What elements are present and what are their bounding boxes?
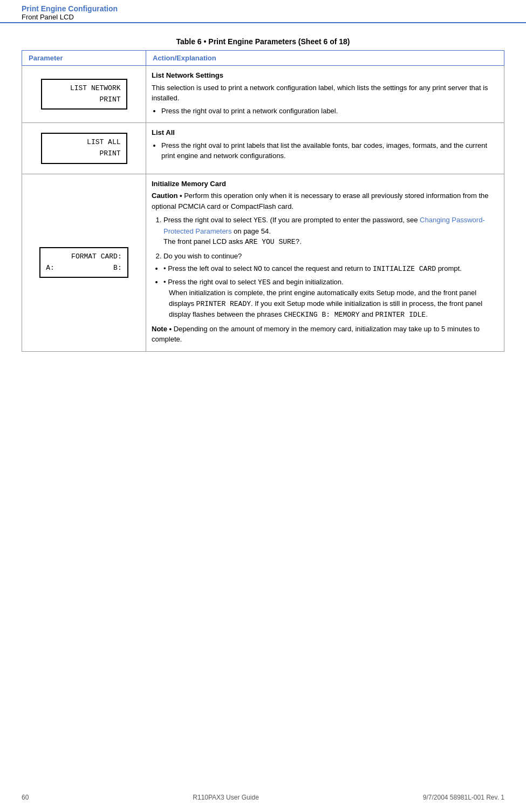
step-2-subbullets: Press the left oval to select NO to canc… bbox=[163, 263, 498, 320]
table-row: LIST ALL PRINT List All Press the right … bbox=[22, 123, 504, 174]
note-text: Note • Depending on the amount of memory… bbox=[152, 324, 498, 345]
action-cell-format-card: Initialize Memory Card Caution • Perform… bbox=[146, 174, 504, 351]
list-network-desc: This selection is used to print a networ… bbox=[152, 83, 498, 104]
column-header-action: Action/Explanation bbox=[146, 51, 504, 66]
lcd-display-list-network: LIST NETWORK PRINT bbox=[41, 79, 127, 110]
page-header: Print Engine Configuration Front Panel L… bbox=[0, 0, 526, 23]
sub-bullet-no: Press the left oval to select NO to canc… bbox=[163, 263, 498, 275]
page-subtitle: Front Panel LCD bbox=[22, 13, 504, 21]
footer-right-text: 9/7/2004 58981L-001 Rev. 1 bbox=[423, 794, 504, 801]
table-row: FORMAT CARD: A: B: Initialize Memory Car… bbox=[22, 174, 504, 351]
page-title: Print Engine Configuration bbox=[22, 4, 504, 13]
lcd-display-list-all: LIST ALL PRINT bbox=[41, 133, 127, 164]
action-cell-list-all: List All Press the right oval to print l… bbox=[146, 123, 504, 174]
footer-center-text: R110PAX3 User Guide bbox=[29, 794, 422, 801]
footer-page-number: 60 bbox=[22, 794, 29, 801]
page-footer: 60 R110PAX3 User Guide 9/7/2004 58981L-0… bbox=[0, 794, 526, 801]
step-2: Do you wish to continue? Press the left … bbox=[163, 251, 498, 320]
table-row: LIST NETWORK PRINT List Network Settings… bbox=[22, 66, 504, 123]
list-network-bullets: Press the right oval to print a network … bbox=[161, 106, 498, 117]
lcd-display-format-card: FORMAT CARD: A: B: bbox=[39, 247, 128, 278]
section-title-format-card: Initialize Memory Card bbox=[152, 179, 498, 189]
param-cell-list-all: LIST ALL PRINT bbox=[22, 123, 146, 174]
list-item: Press the right oval to print labels tha… bbox=[161, 140, 498, 161]
section-title-list-all: List All bbox=[152, 127, 498, 138]
column-header-parameter: Parameter bbox=[22, 51, 146, 66]
numbered-steps: Press the right oval to select YES. (If … bbox=[163, 215, 498, 320]
param-cell-format-card: FORMAT CARD: A: B: bbox=[22, 174, 146, 351]
caution-text: Caution • Perform this operation only wh… bbox=[152, 190, 498, 211]
param-cell-list-network: LIST NETWORK PRINT bbox=[22, 66, 146, 123]
section-title-list-network: List Network Settings bbox=[152, 70, 498, 81]
link-changing-password[interactable]: Changing Password-Protected Parameters bbox=[163, 216, 485, 235]
parameters-table: Parameter Action/Explanation LIST NETWOR… bbox=[22, 50, 504, 352]
step-1: Press the right oval to select YES. (If … bbox=[163, 215, 498, 248]
list-item: Press the right oval to print a network … bbox=[161, 106, 498, 117]
list-all-bullets: Press the right oval to print labels tha… bbox=[161, 140, 498, 161]
action-cell-list-network: List Network Settings This selection is … bbox=[146, 66, 504, 123]
sub-bullet-yes: Press the right oval to select YES and b… bbox=[163, 277, 498, 320]
table-title: Table 6 • Print Engine Parameters (Sheet… bbox=[22, 37, 504, 46]
